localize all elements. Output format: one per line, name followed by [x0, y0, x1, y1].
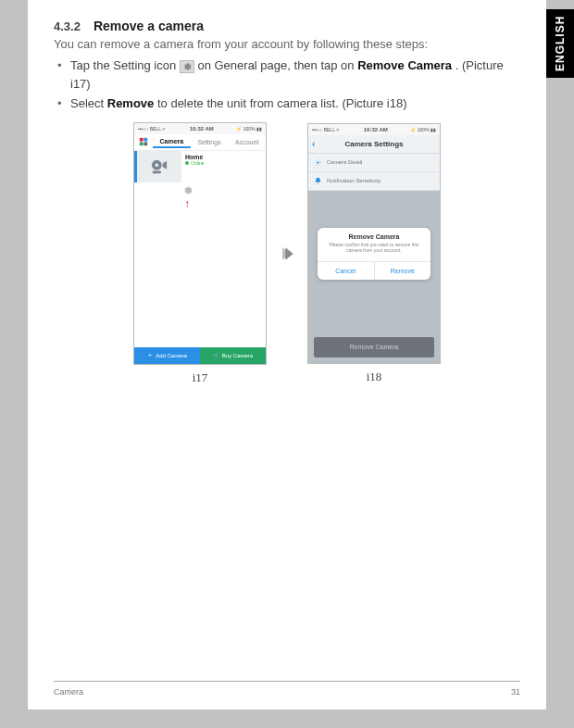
camera-thumbnail	[137, 151, 181, 182]
step-1-text-b: on General page, then tap on	[197, 58, 357, 72]
arrow-between-icon	[278, 146, 296, 361]
tab-settings[interactable]: Settings	[191, 137, 229, 147]
app-logo-icon	[134, 137, 153, 146]
camera-list-item[interactable]: Home Online	[134, 151, 266, 182]
step-2-text-b: to delete the unit from camera list. (Pi…	[157, 96, 407, 110]
settings-list: Camera Detail Notification Sensitivity	[308, 154, 440, 191]
remove-camera-bar[interactable]: Remove Camera	[314, 337, 434, 358]
tab-camera[interactable]: Camera	[153, 136, 191, 148]
tab-account[interactable]: Account	[228, 137, 266, 147]
status-bar: •••○○ BELL ᯤ 10:32 AM ⚡ 100% ▮▮	[134, 123, 266, 134]
bottom-buttons: ＋ Add Camera 🛒 Buy Camera	[134, 347, 266, 364]
gear-icon	[314, 158, 323, 167]
svg-rect-6	[153, 170, 161, 173]
gear-icon	[180, 60, 194, 73]
settings-gear-icon[interactable]	[181, 184, 193, 195]
modal-title: Remove Camera	[318, 228, 430, 242]
modal-text: Please confirm that you want to remove t…	[318, 242, 430, 261]
status-battery: ⚡ 100% ▮▮	[410, 127, 436, 132]
settings-header: ‹ Camera Settings	[308, 135, 440, 154]
add-camera-button[interactable]: ＋ Add Camera	[134, 347, 200, 364]
caption-i18: i18	[367, 370, 382, 384]
step-1-bold: Remove Camera	[357, 58, 452, 72]
svg-rect-1	[144, 138, 147, 142]
step-2-bold: Remove	[107, 96, 155, 110]
intro-text: You can remove a camera from your accoun…	[54, 37, 520, 51]
status-carrier: •••○○ BELL ᯤ	[138, 126, 167, 132]
camera-name: Home	[185, 154, 262, 160]
svg-rect-3	[144, 142, 147, 145]
svg-rect-0	[140, 138, 144, 142]
step-2: Select Remove to delete the unit from ca…	[54, 94, 520, 113]
section-heading: 4.3.2 Remove a camera	[54, 19, 520, 33]
gear-row	[134, 182, 266, 199]
buy-camera-label: Buy Camera	[222, 353, 253, 358]
cart-icon: 🛒	[213, 352, 219, 358]
add-camera-label: Add Camera	[156, 353, 187, 358]
settings-title: Camera Settings	[308, 140, 440, 148]
caption-i17: i17	[193, 370, 208, 385]
modal-remove-button[interactable]: Remove	[374, 262, 431, 280]
page-footer: Camera 31	[54, 681, 520, 697]
modal-cancel-button[interactable]: Cancel	[318, 262, 374, 280]
status-bar: •••○○ BELL ᯤ 10:32 AM ⚡ 100% ▮▮	[308, 124, 440, 135]
bell-icon	[314, 177, 323, 185]
camera-status: Online	[185, 160, 262, 166]
figure-i17: •••○○ BELL ᯤ 10:32 AM ⚡ 100% ▮▮ Camera S…	[133, 122, 267, 385]
status-time: 10:32 AM	[190, 126, 214, 132]
modal-buttons: Cancel Remove	[318, 261, 430, 280]
phone-i18: •••○○ BELL ᯤ 10:32 AM ⚡ 100% ▮▮ ‹ Camera…	[307, 123, 441, 364]
footer-page-number: 31	[511, 687, 520, 697]
content-area: 4.3.2 Remove a camera You can remove a c…	[28, 0, 546, 385]
svg-point-5	[156, 163, 159, 167]
phone-body-blank	[134, 208, 266, 347]
section-number: 4.3.2	[54, 19, 81, 33]
remove-camera-modal: Remove Camera Please confirm that you wa…	[318, 228, 430, 280]
buy-camera-button[interactable]: 🛒 Buy Camera	[200, 347, 266, 364]
section-title: Remove a camera	[94, 19, 204, 33]
status-battery: ⚡ 100% ▮▮	[236, 126, 262, 132]
item-camera-detail-label: Camera Detail	[327, 159, 362, 165]
footer-section: Camera	[54, 687, 83, 697]
camera-info: Home Online	[181, 151, 266, 182]
steps-list: Tap the Setting icon on General page, th…	[54, 56, 520, 113]
back-chevron-icon[interactable]: ‹	[312, 139, 315, 149]
top-tabs: Camera Settings Account	[134, 134, 266, 151]
pointer-arrow-icon: ↑	[134, 199, 266, 208]
figures-row: •••○○ BELL ᯤ 10:32 AM ⚡ 100% ▮▮ Camera S…	[54, 122, 520, 385]
phone-i17: •••○○ BELL ᯤ 10:32 AM ⚡ 100% ▮▮ Camera S…	[133, 122, 267, 365]
item-notif-label: Notification Sensitivity	[327, 178, 381, 183]
step-1-text-a: Tap the Setting icon	[70, 58, 180, 72]
status-time: 10:32 AM	[364, 127, 388, 132]
item-camera-detail[interactable]: Camera Detail	[308, 154, 440, 172]
plus-icon: ＋	[147, 351, 153, 359]
step-1: Tap the Setting icon on General page, th…	[54, 56, 520, 93]
item-notification-sensitivity[interactable]: Notification Sensitivity	[308, 172, 440, 191]
document-page: 4.3.2 Remove a camera You can remove a c…	[28, 0, 546, 709]
modal-overlay: Remove Camera Please confirm that you wa…	[308, 191, 440, 363]
language-tab: ENGLISH	[546, 9, 574, 78]
status-carrier: •••○○ BELL ᯤ	[312, 127, 341, 132]
svg-rect-2	[140, 142, 144, 145]
svg-point-7	[317, 161, 318, 163]
figure-i18: •••○○ BELL ᯤ 10:32 AM ⚡ 100% ▮▮ ‹ Camera…	[307, 123, 441, 384]
step-2-text-a: Select	[70, 96, 107, 110]
